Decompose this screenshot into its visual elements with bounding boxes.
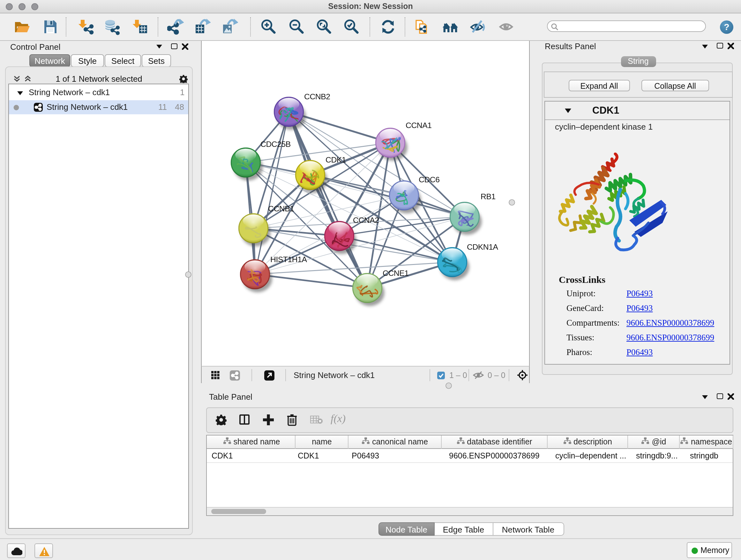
svg-text:CDKN1A: CDKN1A [467, 243, 498, 251]
svg-text:RB1: RB1 [481, 192, 495, 201]
svg-text:CCNB2: CCNB2 [304, 92, 330, 101]
svg-text:HIST1H1A: HIST1H1A [270, 255, 307, 264]
svg-text:CCNA1: CCNA1 [406, 121, 432, 130]
svg-text:CCNE1: CCNE1 [383, 269, 409, 277]
svg-text:CDC6: CDC6 [419, 175, 440, 184]
svg-text:CCNA2: CCNA2 [353, 216, 379, 225]
svg-text:CDK1: CDK1 [326, 155, 346, 164]
svg-text:CCNB1: CCNB1 [268, 204, 294, 213]
svg-text:CDC25B: CDC25B [260, 140, 291, 148]
